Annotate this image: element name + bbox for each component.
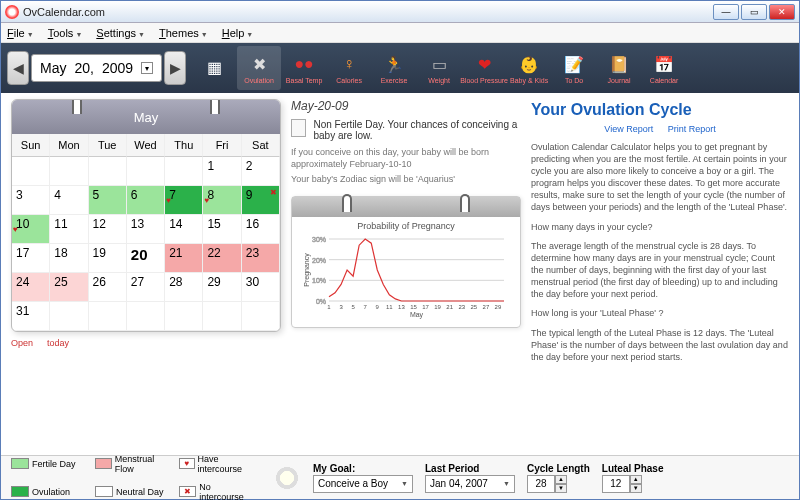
menu-themes[interactable]: Themes▼ [159,27,208,39]
exercise-icon[interactable]: 🏃Exercise [372,46,416,90]
last-period-select[interactable]: Jan 04, 2007▼ [425,475,515,493]
date-dropdown-icon[interactable]: ▾ [141,62,153,74]
svg-text:17: 17 [422,304,429,310]
info-paragraph: Ovulation Calendar Calculator helps you … [531,141,789,214]
calendar-cell[interactable]: 28 [165,273,203,302]
calendar-cell[interactable]: 21 [165,244,203,273]
calendar-mini-icon[interactable]: ▦ [192,46,236,90]
binder-ring-icon [342,194,352,212]
print-report-link[interactable]: Print Report [668,124,716,134]
cycle-length-spinner[interactable]: 28 ▲▼ [527,475,590,493]
baby-kids-icon[interactable]: 👶Baby & Kids [507,46,551,90]
calendar-cell[interactable]: 11 [50,215,88,244]
chevron-down-icon: ▼ [401,480,408,487]
svg-text:25: 25 [470,304,477,310]
calendar-cell[interactable]: 31 [12,302,50,331]
app-icon [5,5,19,19]
date-month: May [40,60,66,76]
blood-pressure-icon[interactable]: ❤Blood Pressure [462,46,506,90]
maximize-button[interactable]: ▭ [741,4,767,20]
calendar-cell[interactable]: 26 [89,273,127,302]
calendar-month: May [134,110,159,125]
window-title: OvCalendar.com [23,6,713,18]
prev-button[interactable]: ◀ [7,51,29,85]
conception-note: If you conceive on this day, your baby w… [291,147,521,170]
svg-text:10%: 10% [312,277,326,284]
view-report-link[interactable]: View Report [604,124,653,134]
menu-tools[interactable]: Tools▼ [48,27,83,39]
calendar-cell[interactable]: 16 [242,215,280,244]
calendar-cell[interactable]: 24 [12,273,50,302]
calendar-cell[interactable]: 22 [203,244,241,273]
next-button[interactable]: ▶ [164,51,186,85]
dow-header: Mon [50,134,88,157]
open-link[interactable]: Open [11,338,33,348]
calendar-cell[interactable]: ♥8 [203,186,241,215]
spin-up-icon[interactable]: ▲ [555,475,567,484]
footer: Fertile DayMenstrual Flow♥Have intercour… [1,455,799,499]
status-text: Non Fertile Day. Your chances of conceiv… [314,119,522,141]
calendar-cell[interactable]: 18 [50,244,88,273]
menu-help[interactable]: Help▼ [222,27,254,39]
spin-down-icon[interactable]: ▼ [630,484,642,493]
calendar-cell [89,157,127,186]
info-heading: Your Ovulation Cycle [531,99,789,121]
svg-text:29: 29 [495,304,502,310]
zodiac-note: Your baby's Zodiac sign will be 'Aquariu… [291,174,521,186]
svg-text:21: 21 [446,304,453,310]
weight-icon[interactable]: ▭Weight [417,46,461,90]
svg-text:9: 9 [376,304,380,310]
calendar-cell[interactable]: ♥10 [12,215,50,244]
calendar-cell[interactable]: 15 [203,215,241,244]
calendar-cell [127,157,165,186]
calendar-cell[interactable]: 9✖ [242,186,280,215]
date-picker[interactable]: May 20, 2009 ▾ [31,54,162,82]
menu-settings[interactable]: Settings▼ [96,27,145,39]
calendar-header: May [12,100,280,134]
calendar-cell[interactable]: 14 [165,215,203,244]
dow-header: Thu [165,134,203,157]
toolbar: ◀ May 20, 2009 ▾ ▶ ▦✖Ovulation●●Basal Te… [1,43,799,93]
luteal-phase-spinner[interactable]: 12 ▲▼ [602,475,664,493]
binder-ring-icon [210,99,220,114]
legend-item: Fertile Day [11,458,87,469]
calendar-cell [50,157,88,186]
calendar-cell[interactable]: 27 [127,273,165,302]
info-panel: Your Ovulation Cycle View Report Print R… [531,99,789,451]
todo-icon[interactable]: 📝To Do [552,46,596,90]
calendar-cell[interactable]: 13 [127,215,165,244]
basal-temp-icon[interactable]: ●●Basal Temp [282,46,326,90]
calendar-cell[interactable]: 1 [203,157,241,186]
svg-text:Pregnancy: Pregnancy [303,253,311,287]
calendar-cell [203,302,241,331]
calendar-cell[interactable]: 23 [242,244,280,273]
calendar-icon[interactable]: 📅Calendar [642,46,686,90]
close-button[interactable]: ✕ [769,4,795,20]
journal-icon[interactable]: 📔Journal [597,46,641,90]
today-link[interactable]: today [47,338,69,348]
calendar-cell[interactable]: 4 [50,186,88,215]
calendar-panel: May SunMonTueWedThuFriSat123456♥7♥89✖♥10… [11,99,281,451]
calendar-cell[interactable]: 2 [242,157,280,186]
spin-up-icon[interactable]: ▲ [630,475,642,484]
svg-text:20%: 20% [312,257,326,264]
calendar-cell[interactable]: 6 [127,186,165,215]
calendar-cell[interactable]: 19 [89,244,127,273]
calendar-cell[interactable]: 5 [89,186,127,215]
calendar-cell[interactable]: 25 [50,273,88,302]
minimize-button[interactable]: — [713,4,739,20]
menu-file[interactable]: File▼ [7,27,34,39]
goal-select[interactable]: Conceive a Boy▼ [313,475,413,493]
calendar-cell[interactable]: 17 [12,244,50,273]
calories-icon[interactable]: ♀Calories [327,46,371,90]
calendar-cell[interactable]: ♥7 [165,186,203,215]
calendar-cell[interactable]: 30 [242,273,280,302]
binder-ring-icon [72,99,82,114]
spin-down-icon[interactable]: ▼ [555,484,567,493]
calendar-cell[interactable]: 3 [12,186,50,215]
calendar-cell[interactable]: 29 [203,273,241,302]
calendar-cell[interactable]: 12 [89,215,127,244]
calendar-cell[interactable]: 20 [127,244,165,273]
info-question: How many days in your cycle? [531,221,789,233]
ovulation-icon[interactable]: ✖Ovulation [237,46,281,90]
